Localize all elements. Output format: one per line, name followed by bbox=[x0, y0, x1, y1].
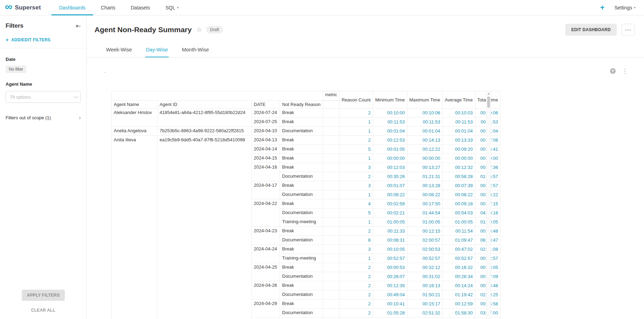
axis-spacer-cell bbox=[323, 136, 339, 145]
collapse-sidebar-icon[interactable]: ⇤ bbox=[76, 23, 81, 29]
add-edit-filters-button[interactable]: + ADD/EDIT FILTERS bbox=[6, 37, 81, 42]
filter-agent-name-label: Agent Name bbox=[6, 81, 81, 87]
metric-value-cell: 00:35:26 bbox=[373, 172, 407, 181]
axis-spacer-cell bbox=[323, 290, 339, 299]
applied-filters-badge-icon[interactable] bbox=[610, 68, 616, 74]
plus-icon: + bbox=[6, 37, 9, 42]
axis-spacer-cell bbox=[323, 108, 339, 118]
date-cell: 2024-04-10 bbox=[252, 127, 280, 136]
nav-item-label: Dashboards bbox=[59, 5, 86, 10]
date-cell: 2024-04-23 bbox=[252, 227, 280, 245]
metric-value-cell: 00:13:27 bbox=[407, 163, 442, 172]
metric-value-cell: 00:11:33 bbox=[373, 227, 407, 236]
ellipsis-icon: ··· bbox=[625, 27, 631, 33]
axis-spacer-cell bbox=[323, 145, 339, 154]
row-dimension-header: Not Ready Reason bbox=[280, 101, 323, 108]
dashboard-header: Agent Non-Ready Summary ☆ Draft EDIT DAS… bbox=[87, 15, 644, 36]
nav-item-label: SQL bbox=[166, 5, 175, 10]
metric-value-cell: 1 bbox=[339, 218, 373, 227]
edit-dashboard-button[interactable]: EDIT DASHBOARD bbox=[565, 24, 617, 36]
metric-value-cell: 2 bbox=[339, 108, 373, 118]
row-dimension-header: Agent ID bbox=[158, 101, 252, 108]
agent-name-select[interactable]: 79 options bbox=[6, 91, 81, 103]
metric-value-cell: 00:00:00 bbox=[373, 154, 407, 163]
row-dimension-header: Agent Name bbox=[112, 101, 158, 108]
metric-value-cell: 01:50:21 bbox=[407, 290, 442, 299]
not-ready-reason-cell: Break bbox=[280, 108, 323, 118]
row-dimension-header: DATE bbox=[252, 101, 280, 108]
axis-spacer-cell bbox=[323, 236, 339, 245]
tab-label: Month-Wise bbox=[182, 47, 209, 52]
metric-value-cell: 00:12:22 bbox=[407, 145, 442, 154]
metric-value-cell: 00:11:53 bbox=[373, 118, 407, 127]
table-row: Anita Ilievaea19c5b9-6dd5-40a7-87f6-5218… bbox=[112, 136, 500, 145]
scrollbar-thumb[interactable] bbox=[487, 97, 490, 108]
favorite-star-icon[interactable]: ☆ bbox=[196, 26, 202, 34]
date-filter-value-chip[interactable]: No filter bbox=[6, 65, 26, 73]
date-cell: 2024-04-16 bbox=[252, 163, 280, 181]
metric-value-cell: 00:08:22 bbox=[442, 190, 475, 199]
metric-value-cell: 00:13:09 bbox=[442, 318, 475, 319]
axis-spacer-cell bbox=[323, 127, 339, 136]
chart-kebab-menu-icon[interactable]: ⋮ bbox=[622, 68, 628, 74]
metric-value-cell: 01:44:54 bbox=[407, 208, 442, 218]
metric-value-cell: 2 bbox=[339, 309, 373, 318]
nav-item-datasets[interactable]: Datasets bbox=[123, 0, 158, 15]
axis-spacer-cell bbox=[323, 318, 339, 319]
metric-value-cell: 00:17:50 bbox=[407, 199, 442, 208]
tab-day-wise[interactable]: Day-Wise bbox=[145, 47, 169, 57]
settings-menu[interactable]: Settings ▾ bbox=[614, 5, 636, 10]
chevron-down-icon: ▾ bbox=[177, 6, 179, 9]
agent-name-placeholder: 79 options bbox=[10, 94, 31, 100]
table-scrollbar[interactable]: ▴ bbox=[486, 91, 491, 319]
metric-value-cell: 00:11:53 bbox=[407, 118, 442, 127]
metric-value-cell: 00:08:22 bbox=[407, 190, 442, 199]
chart-title: . bbox=[104, 69, 106, 74]
superset-logo[interactable]: ∞ Superset bbox=[0, 0, 46, 15]
column-axis-label: metric bbox=[323, 91, 339, 101]
navbar-right: + Settings ▾ bbox=[600, 0, 644, 15]
metric-value-cell: 00:52:57 bbox=[407, 254, 442, 263]
agent-id-cell: ea19c5b9-6dd5-40a7-87f6-5218d5410098 bbox=[158, 136, 252, 319]
metric-value-cell: 00:01:07 bbox=[373, 181, 407, 190]
metric-value-cell: 00:58:28 bbox=[442, 172, 475, 181]
metric-value-cell: 00:11:54 bbox=[442, 227, 475, 236]
metric-value-cell: 3 bbox=[339, 318, 373, 319]
not-ready-reason-cell: Break bbox=[280, 145, 323, 154]
tab-month-wise[interactable]: Month-Wise bbox=[181, 47, 210, 57]
axis-spacer-cell bbox=[323, 163, 339, 172]
pivot-body: Aleksander Hristov41854e81-a64a-4212-8f9… bbox=[112, 108, 500, 319]
not-ready-reason-cell: Break bbox=[280, 318, 323, 319]
date-cell: 2024-04-29 bbox=[252, 299, 280, 318]
axis-spacer-cell bbox=[323, 245, 339, 254]
metric-value-cell: 00:06:31 bbox=[373, 236, 407, 245]
metric-value-cell: 00:12:59 bbox=[442, 299, 475, 309]
nav-item-charts[interactable]: Charts bbox=[93, 0, 123, 15]
metric-value-cell: 00:31:02 bbox=[407, 272, 442, 281]
scroll-up-icon[interactable]: ▴ bbox=[486, 91, 491, 96]
not-ready-reason-cell: Break bbox=[280, 263, 323, 272]
metric-value-cell: 00:47:02 bbox=[442, 245, 475, 254]
axis-spacer-cell bbox=[323, 101, 339, 108]
chevron-down-icon bbox=[74, 94, 78, 98]
metric-column-header: Maximum Time bbox=[407, 91, 442, 108]
apply-filters-button[interactable]: APPLY FILTERS bbox=[22, 290, 65, 301]
metric-value-cell: 00:12:32 bbox=[442, 163, 475, 172]
axis-spacer-cell bbox=[323, 272, 339, 281]
metric-value-cell: 01:00:05 bbox=[442, 218, 475, 227]
tab-week-wise[interactable]: Week-Wise bbox=[105, 47, 133, 57]
filters-out-of-scope-toggle[interactable]: Filters out of scope (1) › bbox=[6, 115, 81, 121]
clear-all-button[interactable]: CLEAR ALL bbox=[31, 308, 55, 313]
date-cell: 2024-04-26 bbox=[252, 281, 280, 299]
axis-spacer-cell bbox=[323, 309, 339, 318]
axis-spacer-cell bbox=[323, 154, 339, 163]
nav-item-dashboards[interactable]: Dashboards bbox=[51, 0, 93, 15]
new-item-button[interactable]: + bbox=[600, 4, 605, 12]
metric-value-cell: 00:14:13 bbox=[407, 136, 442, 145]
metric-value-cell: 1 bbox=[339, 190, 373, 199]
nav-item-sql[interactable]: SQL ▾ bbox=[158, 0, 187, 15]
metric-value-cell: 3 bbox=[339, 245, 373, 254]
date-cell: 2024-04-22 bbox=[252, 199, 280, 227]
more-options-button[interactable]: ··· bbox=[622, 24, 635, 36]
metric-value-cell: 1 bbox=[339, 154, 373, 163]
